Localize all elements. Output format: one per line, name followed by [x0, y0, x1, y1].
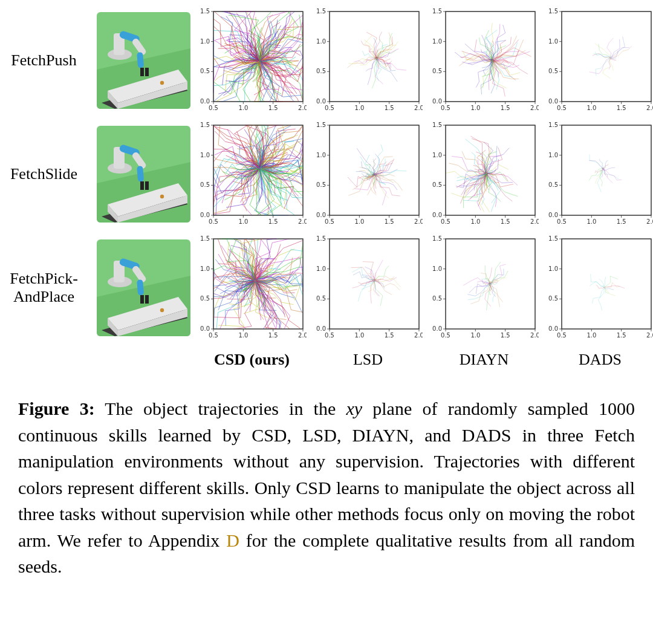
svg-text:0.5: 0.5 [209, 218, 218, 225]
svg-text:0.0: 0.0 [316, 325, 326, 332]
svg-text:0.0: 0.0 [316, 212, 326, 218]
svg-text:1.0: 1.0 [354, 218, 364, 225]
env-thumbnail [97, 239, 190, 336]
svg-text:1.0: 1.0 [316, 151, 326, 158]
svg-text:0.0: 0.0 [548, 212, 558, 218]
svg-text:0.0: 0.0 [316, 98, 326, 105]
cap-t2: plane of randomly sampled [362, 398, 599, 418]
svg-text:1.5: 1.5 [200, 8, 210, 15]
svg-text:1.0: 1.0 [316, 265, 326, 272]
svg-text:1.0: 1.0 [470, 105, 480, 111]
svg-text:1.5: 1.5 [616, 218, 626, 225]
svg-text:2.0: 2.0 [530, 105, 539, 111]
svg-rect-97 [140, 181, 144, 190]
svg-text:2.0: 2.0 [298, 332, 307, 339]
svg-text:1.5: 1.5 [316, 8, 326, 15]
column-label: CSD (ours) [198, 350, 307, 369]
svg-text:1.5: 1.5 [432, 8, 442, 15]
svg-text:2.0: 2.0 [646, 218, 653, 225]
svg-text:2.0: 2.0 [646, 332, 653, 339]
svg-text:1.0: 1.0 [200, 151, 210, 158]
svg-text:0.5: 0.5 [441, 332, 450, 339]
svg-text:1.0: 1.0 [432, 151, 442, 158]
svg-text:0.0: 0.0 [200, 98, 210, 105]
column-label: DIAYN [430, 350, 539, 369]
svg-text:2.0: 2.0 [530, 332, 539, 339]
trajectory-plot: 0.51.01.52.00.00.51.01.5 [198, 8, 307, 114]
svg-text:2.0: 2.0 [414, 105, 423, 111]
svg-text:0.5: 0.5 [316, 68, 326, 74]
svg-text:0.5: 0.5 [548, 295, 558, 302]
svg-text:1.0: 1.0 [354, 105, 364, 111]
svg-text:0.5: 0.5 [200, 68, 210, 74]
svg-text:0.0: 0.0 [200, 325, 210, 332]
svg-text:1.5: 1.5 [548, 235, 558, 242]
svg-text:1.5: 1.5 [384, 105, 394, 111]
svg-text:2.0: 2.0 [414, 218, 423, 225]
svg-rect-240 [562, 239, 651, 329]
svg-text:0.5: 0.5 [557, 332, 567, 339]
svg-text:1.5: 1.5 [500, 218, 510, 225]
trajectory-plot: 0.51.01.52.00.00.51.01.5 [314, 122, 423, 227]
svg-text:0.5: 0.5 [316, 181, 326, 188]
svg-text:1.0: 1.0 [548, 265, 558, 272]
svg-text:2.0: 2.0 [530, 218, 539, 225]
svg-text:1.0: 1.0 [238, 218, 248, 225]
svg-text:1.5: 1.5 [432, 235, 442, 242]
svg-text:2.0: 2.0 [646, 105, 653, 111]
cap-t1: The object trajectories in the [95, 398, 346, 418]
svg-text:0.0: 0.0 [432, 212, 442, 218]
svg-text:1.0: 1.0 [354, 332, 364, 339]
svg-text:1.5: 1.5 [616, 332, 626, 339]
cap-num: 1000 [599, 398, 635, 418]
svg-text:1.0: 1.0 [316, 37, 326, 44]
env-thumbnail [97, 12, 190, 109]
svg-rect-136 [446, 125, 535, 215]
svg-text:0.5: 0.5 [316, 295, 326, 302]
row-label: FetchPush [0, 51, 89, 70]
svg-text:0.5: 0.5 [548, 181, 558, 188]
svg-text:0.0: 0.0 [432, 98, 442, 105]
svg-text:0.5: 0.5 [557, 218, 567, 225]
svg-text:1.5: 1.5 [316, 122, 326, 128]
svg-text:1.5: 1.5 [500, 332, 510, 339]
svg-text:1.5: 1.5 [384, 332, 394, 339]
svg-text:1.0: 1.0 [548, 37, 558, 44]
svg-text:0.0: 0.0 [432, 325, 442, 332]
cap-link: D [226, 530, 239, 550]
trajectory-plot: 0.51.01.52.00.00.51.01.5 [546, 235, 654, 341]
column-label: DADS [546, 350, 654, 369]
svg-text:1.0: 1.0 [470, 332, 480, 339]
trajectory-plot: 0.51.01.52.00.00.51.01.5 [314, 235, 423, 341]
svg-text:1.5: 1.5 [500, 105, 510, 111]
svg-rect-154 [562, 125, 651, 215]
svg-text:1.0: 1.0 [586, 332, 596, 339]
svg-rect-98 [145, 181, 149, 190]
svg-text:0.5: 0.5 [200, 295, 210, 302]
trajectory-plot: 0.51.01.52.00.00.51.01.5 [314, 8, 423, 114]
svg-text:0.5: 0.5 [432, 295, 442, 302]
svg-text:0.5: 0.5 [325, 218, 334, 225]
trajectory-plot: 0.51.01.52.00.00.51.01.5 [546, 122, 654, 227]
trajectory-plot: 0.51.01.52.00.00.51.01.5 [430, 122, 539, 227]
svg-text:1.0: 1.0 [432, 37, 442, 44]
trajectory-plot: 0.51.01.52.00.00.51.01.5 [430, 235, 539, 341]
svg-rect-11 [140, 68, 144, 76]
svg-text:1.5: 1.5 [548, 122, 558, 128]
svg-text:0.0: 0.0 [200, 212, 210, 218]
row-label: FetchSlide [0, 165, 89, 183]
svg-text:1.5: 1.5 [616, 105, 626, 111]
svg-rect-12 [145, 68, 149, 76]
svg-point-99 [160, 195, 163, 198]
svg-text:2.0: 2.0 [298, 218, 307, 225]
svg-text:1.0: 1.0 [238, 332, 248, 339]
svg-text:1.5: 1.5 [268, 332, 278, 339]
svg-point-13 [160, 81, 163, 85]
svg-text:1.5: 1.5 [316, 235, 326, 242]
svg-text:0.5: 0.5 [200, 181, 210, 188]
svg-text:0.5: 0.5 [441, 218, 450, 225]
svg-text:0.5: 0.5 [441, 105, 450, 111]
svg-text:0.5: 0.5 [432, 181, 442, 188]
svg-rect-183 [140, 295, 144, 304]
trajectory-plot: 0.51.01.52.00.00.51.01.5 [430, 8, 539, 114]
